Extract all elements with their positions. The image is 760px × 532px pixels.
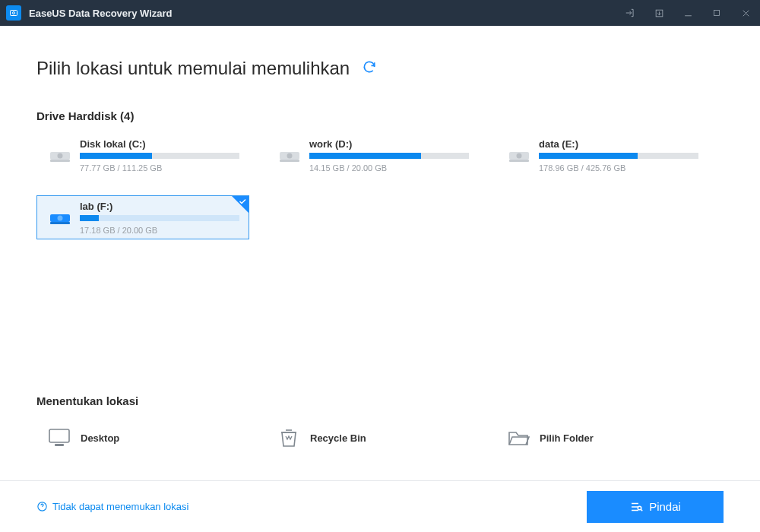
window-controls: [616, 0, 760, 26]
svg-rect-16: [49, 429, 69, 442]
svg-rect-6: [50, 160, 70, 162]
usage-bar: [80, 153, 239, 159]
svg-point-1: [13, 12, 15, 14]
footer: Tidak dapat menemukan lokasi Pindai: [0, 480, 760, 532]
app-title: EaseUS Data Recovery Wizard: [29, 8, 616, 19]
svg-rect-12: [509, 160, 529, 162]
drive-label: Disk lokal (C:): [80, 138, 239, 150]
location-recycle-bin[interactable]: Recycle Bin: [266, 423, 479, 453]
svg-rect-0: [11, 11, 17, 16]
locations-section-title: Menentukan lokasi: [36, 394, 724, 407]
minimize-button[interactable]: [673, 0, 702, 26]
drive-icon: [46, 208, 74, 226]
location-label: Pilih Folder: [540, 432, 594, 444]
drive-label: work (D:): [309, 138, 469, 150]
svg-rect-15: [50, 222, 70, 224]
usage-bar: [80, 215, 239, 221]
help-link-text: Tidak dapat menemukan lokasi: [52, 501, 188, 512]
location-label: Desktop: [81, 432, 119, 444]
usage-bar: [539, 153, 698, 159]
selected-check-icon: [238, 197, 247, 206]
svg-point-5: [58, 154, 63, 159]
update-icon[interactable]: [644, 0, 673, 26]
svg-point-8: [287, 154, 293, 159]
svg-rect-9: [280, 160, 299, 162]
location-choose-folder[interactable]: Pilih Folder: [496, 423, 708, 453]
drive-card-e[interactable]: data (E:) 178.96 GB / 425.76 GB: [496, 133, 708, 177]
svg-point-14: [58, 216, 63, 221]
drive-card-d[interactable]: work (D:) 14.15 GB / 20.00 GB: [266, 133, 479, 177]
drive-label: data (E:): [539, 138, 698, 150]
app-icon: [6, 5, 21, 21]
close-button[interactable]: [731, 0, 760, 26]
drives-section-title: Drive Harddisk (4): [36, 109, 724, 122]
drive-size: 17.18 GB / 20.00 GB: [80, 226, 239, 235]
svg-rect-17: [55, 444, 64, 446]
drive-size: 14.15 GB / 20.00 GB: [309, 163, 469, 173]
svg-point-19: [638, 506, 641, 510]
login-icon[interactable]: [616, 0, 644, 26]
locations-row: Desktop Recycle Bin: [36, 423, 724, 453]
drive-size: 77.77 GB / 111.25 GB: [80, 163, 239, 173]
drive-card-f[interactable]: lab (F:) 17.18 GB / 20.00 GB: [36, 195, 249, 239]
drive-label: lab (F:): [80, 201, 239, 212]
location-label: Recycle Bin: [310, 432, 366, 444]
scan-button-label: Pindai: [649, 500, 681, 513]
maximize-button[interactable]: [702, 0, 731, 26]
refresh-icon[interactable]: [362, 59, 377, 78]
drive-icon: [505, 146, 533, 164]
svg-point-11: [517, 154, 522, 159]
titlebar: EaseUS Data Recovery Wizard: [0, 0, 760, 26]
recycle-bin-icon: [275, 427, 302, 448]
drive-icon: [276, 146, 303, 164]
svg-rect-3: [714, 11, 720, 16]
help-link[interactable]: Tidak dapat menemukan lokasi: [36, 501, 188, 512]
usage-bar: [309, 153, 469, 159]
page-headline: Pilih lokasi untuk memulai memulihkan: [36, 58, 350, 79]
desktop-icon: [46, 428, 73, 448]
scan-icon: [629, 500, 643, 514]
folder-icon: [505, 429, 532, 447]
scan-button[interactable]: Pindai: [587, 491, 724, 523]
location-desktop[interactable]: Desktop: [36, 423, 249, 453]
drive-size: 178.96 GB / 425.76 GB: [539, 163, 698, 173]
drive-card-c[interactable]: Disk lokal (C:) 77.77 GB / 111.25 GB: [36, 133, 249, 177]
main-content: Pilih lokasi untuk memulai memulihkan Dr…: [0, 26, 760, 476]
drive-icon: [46, 146, 74, 164]
drives-grid: Disk lokal (C:) 77.77 GB / 111.25 GB wor…: [36, 133, 724, 239]
